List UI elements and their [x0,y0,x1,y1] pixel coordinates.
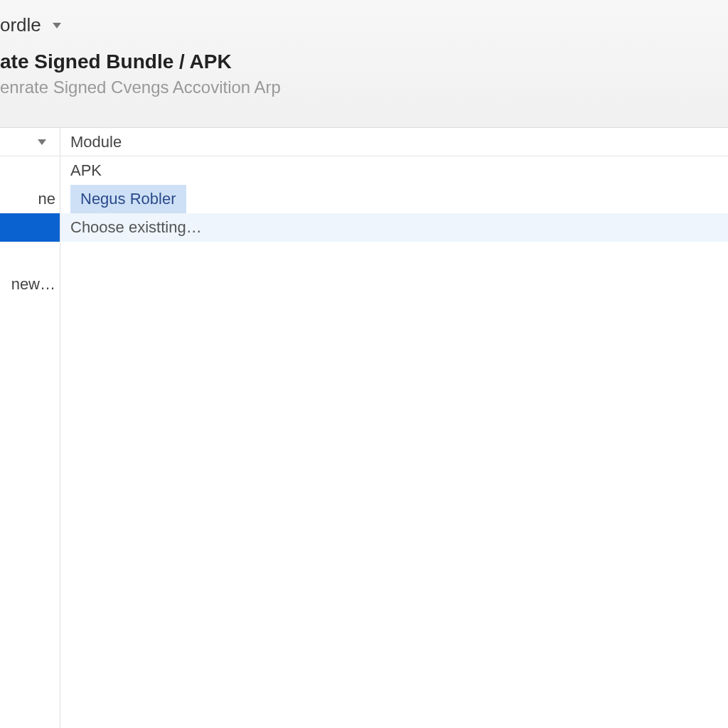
svg-marker-1 [38,139,46,145]
dialog-header: ordle ate Signed Bundle / APK enrate Sig… [0,0,728,128]
svg-marker-0 [53,23,61,28]
sidebar-item-label: ne [38,190,55,208]
chevron-down-icon [37,136,47,149]
sidebar: ne new… [0,128,60,728]
sidebar-item-label: new… [11,275,55,294]
module-row[interactable]: APK [60,156,728,185]
main-header-label: Module [70,133,122,151]
chevron-down-icon [51,21,63,30]
module-row-label: APK [70,161,102,180]
module-row-highlighted[interactable]: Negus Robler [60,185,728,213]
dialog-title: ate Signed Bundle / APK [0,50,728,77]
module-row-label: Negus Robler [70,185,186,213]
main-panel: Module APK Negus Robler Choose existting… [60,128,728,728]
sidebar-header[interactable] [0,128,60,156]
content-columns: ne new… Module APK Negus Robler Choose e… [0,128,728,728]
dialog-subtitle: enrate Signed Cvengs Accovition Arp [0,77,728,107]
project-name: ordle [0,14,41,36]
sidebar-item[interactable] [0,156,60,185]
sidebar-item[interactable] [0,242,60,270]
sidebar-item[interactable]: ne [0,185,60,213]
sidebar-item-new[interactable]: new… [0,270,60,299]
sidebar-item-selected[interactable] [0,213,60,242]
project-selector[interactable]: ordle [0,11,728,50]
main-column-header: Module [60,128,728,156]
module-row-label: Choose existting… [70,218,202,237]
module-row-choose-existing[interactable]: Choose existting… [60,213,728,242]
